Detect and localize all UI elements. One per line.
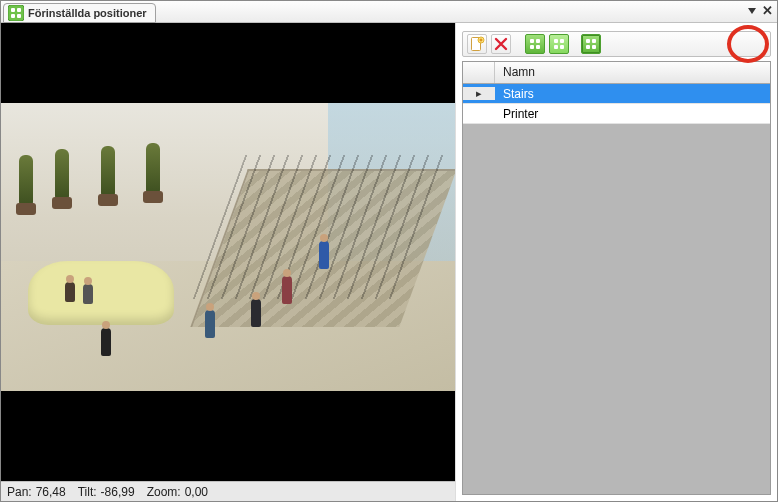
set-current-preset-button[interactable] bbox=[549, 34, 569, 54]
app-grid-icon bbox=[8, 5, 24, 21]
preset-positions-window: Förinställda positioner ✕ bbox=[0, 0, 778, 502]
grid-empty-area bbox=[463, 124, 770, 494]
preset-grid: Namn ▸ Stairs Printer bbox=[462, 61, 771, 495]
window-tab-title: Förinställda positioner bbox=[28, 7, 147, 19]
new-preset-button[interactable] bbox=[467, 34, 487, 54]
window-menu-dropdown-icon[interactable] bbox=[748, 8, 756, 14]
highlighted-preset-button[interactable] bbox=[581, 34, 601, 54]
left-pane: Pan: 76,48 Tilt: -86,99 Zoom: 0,00 bbox=[1, 23, 456, 501]
ptz-status-bar: Pan: 76,48 Tilt: -86,99 Zoom: 0,00 bbox=[1, 481, 455, 501]
svg-rect-1 bbox=[11, 8, 15, 12]
zoom-label: Zoom: bbox=[147, 485, 181, 499]
column-header-name[interactable]: Namn bbox=[495, 62, 770, 83]
delete-icon bbox=[493, 36, 509, 52]
row-indicator-header bbox=[463, 62, 495, 83]
table-row[interactable]: ▸ Stairs bbox=[463, 84, 770, 104]
goto-grid-icon bbox=[529, 38, 541, 50]
new-page-icon bbox=[469, 36, 485, 52]
row-selection-indicator-icon: ▸ bbox=[463, 87, 495, 100]
content-area: Pan: 76,48 Tilt: -86,99 Zoom: 0,00 bbox=[1, 23, 777, 501]
svg-rect-0 bbox=[8, 5, 24, 21]
svg-rect-4 bbox=[17, 14, 21, 18]
table-row[interactable]: Printer bbox=[463, 104, 770, 124]
close-button[interactable]: ✕ bbox=[762, 4, 773, 17]
pan-value: 76,48 bbox=[36, 485, 66, 499]
preset-grid-rows: ▸ Stairs Printer bbox=[463, 84, 770, 124]
window-tab[interactable]: Förinställda positioner bbox=[3, 3, 156, 23]
svg-rect-2 bbox=[17, 8, 21, 12]
title-bar-controls: ✕ bbox=[748, 4, 773, 17]
delete-preset-button[interactable] bbox=[491, 34, 511, 54]
preset-toolbar bbox=[462, 31, 771, 57]
right-pane: Namn ▸ Stairs Printer bbox=[456, 23, 777, 501]
title-bar: Förinställda positioner ✕ bbox=[1, 1, 777, 23]
svg-rect-3 bbox=[11, 14, 15, 18]
preset-toolbar-wrap bbox=[456, 31, 777, 57]
preset-name-cell[interactable]: Stairs bbox=[495, 87, 770, 101]
add-current-grid-icon bbox=[553, 38, 565, 50]
tilt-label: Tilt: bbox=[78, 485, 97, 499]
preset-name-cell[interactable]: Printer bbox=[495, 107, 770, 121]
goto-preset-button[interactable] bbox=[525, 34, 545, 54]
zoom-value: 0,00 bbox=[185, 485, 208, 499]
preset-grid-header: Namn bbox=[463, 62, 770, 84]
expand-grid-icon bbox=[585, 38, 597, 50]
pan-label: Pan: bbox=[7, 485, 32, 499]
tilt-value: -86,99 bbox=[101, 485, 135, 499]
camera-frame-scene bbox=[1, 103, 455, 391]
camera-video-area[interactable] bbox=[1, 23, 455, 481]
